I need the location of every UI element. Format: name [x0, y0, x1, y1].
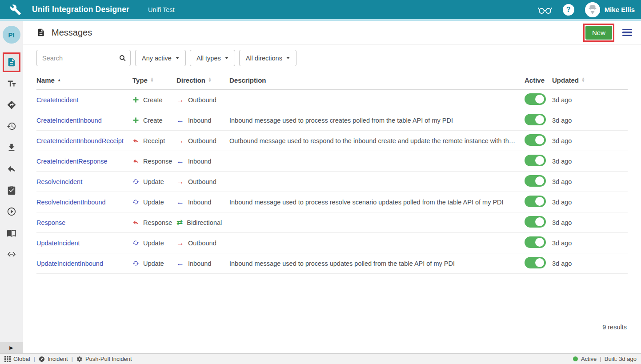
message-name-link[interactable]: CreateIncident: [36, 96, 78, 104]
table-row: UpdateIncident Update →Outbound 3d ago: [36, 233, 628, 253]
type-label: Receipt: [143, 137, 165, 144]
sidebar-item-text[interactable]: [3, 74, 20, 93]
clipboard-check-icon: [7, 185, 16, 195]
help-icon[interactable]: ?: [563, 4, 574, 16]
integration-avatar[interactable]: PI: [3, 26, 20, 44]
message-name-link[interactable]: UpdateIncident: [36, 240, 80, 247]
message-name-link[interactable]: ResolveIncident: [36, 178, 82, 185]
message-name-link[interactable]: CreateIncidentInbound: [36, 117, 102, 124]
refresh-icon: [132, 178, 139, 185]
updated-cell: 3d ago: [552, 96, 628, 104]
description-cell: Inbound message used to process resolve …: [229, 199, 525, 206]
sidebar-item-history[interactable]: [3, 116, 20, 136]
app-title: Unifi Integration Designer: [32, 5, 129, 14]
sidebar-item-clipboard-check[interactable]: [3, 180, 20, 200]
page-title: Messages: [52, 28, 92, 38]
column-header-name[interactable]: Name: [36, 76, 132, 84]
direction-label: Outbound: [188, 240, 216, 247]
text-icon: [7, 79, 16, 88]
sidebar-item-reply[interactable]: [3, 159, 20, 179]
active-toggle[interactable]: [525, 196, 546, 207]
arrow-left-icon: ←: [176, 260, 184, 267]
sort-icon: [581, 77, 585, 83]
updated-cell: 3d ago: [552, 158, 628, 165]
direction-label: Outbound: [188, 178, 216, 185]
sidebar-expand-button[interactable]: ▶: [0, 342, 23, 353]
active-toggle[interactable]: [525, 155, 546, 166]
direction-label: Inbound: [188, 117, 211, 124]
direction-filter-dropdown[interactable]: All directions: [239, 50, 296, 66]
table-row: Response Response ⇄Bidirectional 3d ago: [36, 212, 628, 233]
active-toggle[interactable]: [525, 134, 546, 146]
message-name-link[interactable]: ResolveIncidentInbound: [36, 199, 106, 206]
message-name-link[interactable]: UpdateIncidentInbound: [36, 260, 103, 267]
hamburger-icon[interactable]: [622, 29, 632, 36]
active-filter-dropdown[interactable]: Any active: [135, 50, 186, 66]
column-header-updated[interactable]: Updated: [552, 76, 628, 84]
sidebar-item-download[interactable]: [3, 138, 20, 157]
message-name-link[interactable]: CreateIncidentResponse: [36, 158, 108, 165]
statusbar-item-gear[interactable]: Push-Pull Incident: [76, 356, 132, 362]
play-circle-icon: [7, 207, 16, 216]
status-dot-icon: [573, 356, 578, 361]
messages-table: Name Type Direction Description Active U…: [36, 71, 628, 331]
sidebar-item-book[interactable]: [3, 223, 20, 243]
top-header-bar: Unifi Integration Designer Unifi Test ? …: [0, 0, 641, 19]
statusbar-item-incident[interactable]: Incident: [39, 356, 68, 362]
updated-cell: 3d ago: [552, 137, 628, 144]
directions-icon: [7, 100, 16, 110]
message-name-link[interactable]: Response: [36, 219, 65, 226]
table-header-row: Name Type Direction Description Active U…: [36, 71, 628, 90]
column-header-type[interactable]: Type: [132, 76, 176, 84]
type-label: Response: [143, 219, 172, 226]
app-window: Unifi Integration Designer Unifi Test ? …: [0, 0, 641, 364]
active-toggle[interactable]: [525, 236, 546, 248]
active-toggle[interactable]: [525, 216, 546, 228]
column-header-description: Description: [229, 76, 525, 84]
updated-cell: 3d ago: [552, 240, 628, 247]
direction-label: Outbound: [188, 96, 216, 104]
page-header: Messages New: [23, 21, 641, 44]
sidebar-item-play-circle[interactable]: [3, 202, 20, 221]
direction-label: Bidirectional: [187, 219, 222, 226]
direction-label: Inbound: [188, 260, 211, 267]
code-icon: [7, 249, 16, 259]
active-toggle[interactable]: [525, 93, 546, 105]
file-text-icon: [7, 57, 16, 67]
build-status-label: Active: [581, 356, 597, 362]
chevron-right-icon: ▶: [9, 345, 13, 351]
statusbar-item-grid[interactable]: Global: [4, 356, 30, 362]
chevron-down-icon: [286, 57, 290, 59]
table-row: CreateIncidentResponse Response ←Inbound…: [36, 151, 628, 172]
bidirectional-icon: ⇄: [176, 219, 183, 226]
message-name-link[interactable]: CreateIncidentInboundReceipt: [36, 137, 124, 144]
direction-label: Inbound: [188, 158, 211, 165]
statusbar-separator: |: [34, 356, 35, 362]
column-header-active: Active: [525, 76, 552, 84]
sidebar-item-file-text[interactable]: [3, 52, 20, 72]
active-toggle[interactable]: [525, 114, 546, 125]
updated-cell: 3d ago: [552, 199, 628, 206]
table-row: ResolveIncident Update →Outbound 3d ago: [36, 172, 628, 192]
arrow-right-icon: →: [176, 178, 184, 185]
type-filter-dropdown[interactable]: All types: [190, 50, 235, 66]
search-button[interactable]: [114, 50, 131, 66]
type-label: Update: [143, 199, 164, 206]
reply-icon: [7, 164, 16, 174]
results-count: 9 results: [36, 274, 628, 331]
type-label: Update: [143, 260, 164, 267]
spectacles-icon[interactable]: [538, 5, 552, 15]
sidebar-item-code[interactable]: [3, 244, 20, 264]
table-row: CreateIncident Create →Outbound 3d ago: [36, 90, 628, 110]
search-icon: [119, 54, 126, 62]
active-toggle[interactable]: [525, 175, 546, 187]
user-menu[interactable]: Mike Ellis: [585, 2, 635, 17]
active-toggle[interactable]: [525, 257, 546, 268]
grid-icon: [4, 356, 11, 362]
new-button[interactable]: New: [585, 26, 612, 40]
type-label: Update: [143, 240, 164, 247]
search-input[interactable]: [36, 50, 114, 66]
type-label: Update: [143, 178, 164, 185]
column-header-direction[interactable]: Direction: [176, 76, 229, 84]
sidebar-item-directions[interactable]: [3, 95, 20, 115]
